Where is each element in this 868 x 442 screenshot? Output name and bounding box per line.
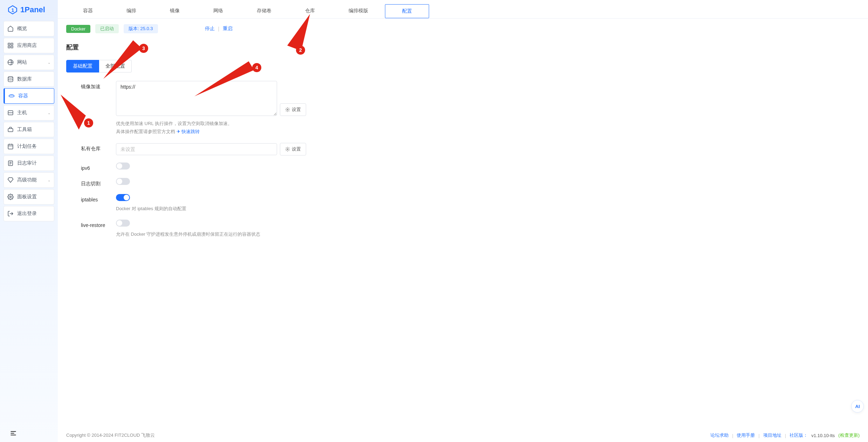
tab-volume[interactable]: 存储卷 xyxy=(240,4,288,18)
logcut-label: 日志切割 xyxy=(81,178,109,187)
iptables-switch[interactable] xyxy=(116,194,130,201)
tab-container[interactable]: 容器 xyxy=(66,4,110,18)
svg-rect-2 xyxy=(8,43,10,45)
host-icon xyxy=(7,110,14,116)
gear-icon xyxy=(285,107,290,112)
svg-rect-13 xyxy=(8,144,13,149)
database-icon xyxy=(7,76,14,82)
sidebar-item-label: 容器 xyxy=(18,93,28,99)
subtabs: 基础配置 全部配置 xyxy=(66,60,860,72)
collapse-button[interactable] xyxy=(0,426,58,442)
liverestore-switch[interactable] xyxy=(116,220,130,227)
logo-icon: 1 xyxy=(8,5,18,15)
sidebar-item-logout[interactable]: 退出登录 xyxy=(4,206,54,221)
form-row-liverestore: live-restore 允许在 Docker 守护进程发生意外停机或崩溃时保留… xyxy=(81,220,860,238)
registry-input[interactable] xyxy=(116,143,277,155)
form: 镜像加速 设置 优先使用加速 URL 执行操作，设置为空则取消镜像加速。 具体操… xyxy=(81,81,860,239)
sidebar-item-container[interactable]: 容器 xyxy=(4,88,54,104)
logout-icon xyxy=(7,210,14,217)
svg-point-27 xyxy=(287,149,288,150)
sidebar-item-website[interactable]: 网站 ⌄ xyxy=(4,55,54,70)
svg-rect-5 xyxy=(11,46,13,48)
sidebar-item-label: 退出登录 xyxy=(17,210,37,217)
sidebar-item-overview[interactable]: 概览 xyxy=(4,21,54,36)
sidebar-item-label: 网站 xyxy=(17,59,27,65)
svg-rect-12 xyxy=(8,129,13,132)
chevron-down-icon: ⌄ xyxy=(48,178,50,182)
svg-rect-3 xyxy=(11,43,13,45)
logcut-switch[interactable] xyxy=(116,178,130,185)
toolbox-icon xyxy=(7,126,14,133)
edition-label: 社区版： xyxy=(790,432,808,438)
svg-point-8 xyxy=(8,77,13,78)
logo-text: 1Panel xyxy=(20,5,45,14)
chevron-down-icon: ⌄ xyxy=(48,111,50,115)
manual-link[interactable]: 使用手册 xyxy=(737,432,755,438)
mirror-help-link[interactable]: ✈ 快速跳转 xyxy=(177,129,200,134)
mirror-textarea[interactable] xyxy=(116,81,277,116)
sidebar-item-label: 面板设置 xyxy=(17,194,37,200)
update-link[interactable]: (检查更新) xyxy=(838,432,860,438)
sidebar-item-label: 概览 xyxy=(17,26,27,32)
sidebar-item-appstore[interactable]: 应用商店 xyxy=(4,38,54,53)
globe-icon xyxy=(7,59,14,65)
sidebar: 1 1Panel 概览 应用商店 网站 ⌄ 数据库 容器 xyxy=(0,0,58,442)
tab-compose[interactable]: 编排 xyxy=(110,4,153,18)
svg-rect-4 xyxy=(8,46,10,48)
home-icon xyxy=(7,26,14,32)
ai-float-button[interactable]: AI xyxy=(851,400,864,413)
log-icon xyxy=(7,160,14,166)
tab-template[interactable]: 编排模版 xyxy=(332,4,385,18)
sidebar-item-label: 高级功能 xyxy=(17,177,37,183)
sidebar-item-cron[interactable]: 计划任务 xyxy=(4,139,54,154)
main: 容器 编排 镜像 网络 存储卷 仓库 编排模版 配置 Docker 已启动 版本… xyxy=(58,0,868,442)
stop-link[interactable]: 停止 xyxy=(205,26,215,32)
form-row-mirror: 镜像加速 设置 优先使用加速 URL 执行操作，设置为空则取消镜像加速。 具体操… xyxy=(81,81,860,136)
gear-icon xyxy=(7,194,14,200)
chevron-down-icon: ⌄ xyxy=(48,61,50,64)
sidebar-item-label: 数据库 xyxy=(17,76,32,82)
sidebar-item-toolbox[interactable]: 工具箱 xyxy=(4,122,54,137)
svg-point-26 xyxy=(287,109,288,110)
iptables-label: iptables xyxy=(81,194,109,202)
sidebar-item-host[interactable]: 主机 ⌄ xyxy=(4,105,54,120)
restart-link[interactable]: 重启 xyxy=(223,26,233,32)
tab-repo[interactable]: 仓库 xyxy=(288,4,332,18)
mirror-help: 优先使用加速 URL 执行操作，设置为空则取消镜像加速。 具体操作配置请参照官方… xyxy=(116,119,312,136)
statusbar: Docker 已启动 版本: 25.0.3 停止 | 重启 xyxy=(58,19,868,39)
mirror-settings-button[interactable]: 设置 xyxy=(280,103,306,116)
liverestore-label: live-restore xyxy=(81,220,109,228)
version-badge: 版本: 25.0.3 xyxy=(124,24,158,33)
registry-settings-button[interactable]: 设置 xyxy=(280,143,306,156)
tab-image[interactable]: 镜像 xyxy=(153,4,197,18)
sidebar-item-logs[interactable]: 日志审计 xyxy=(4,156,54,171)
sidebar-item-settings[interactable]: 面板设置 xyxy=(4,189,54,205)
logo[interactable]: 1 1Panel xyxy=(0,0,58,20)
calendar-icon xyxy=(7,143,14,150)
registry-label: 私有仓库 xyxy=(81,143,109,152)
sidebar-item-label: 工具箱 xyxy=(17,126,32,133)
project-link[interactable]: 项目地址 xyxy=(763,432,781,438)
footer: Copyright © 2014-2024 FIT2CLOUD 飞致云 论坛求助… xyxy=(58,429,868,442)
menu-icon xyxy=(10,430,17,437)
form-row-iptables: iptables Docker 对 iptables 规则的自动配置 xyxy=(81,194,860,213)
tab-settings[interactable]: 配置 xyxy=(385,4,429,18)
liverestore-help: 允许在 Docker 守护进程发生意外停机或崩溃时保留正在运行的容器状态 xyxy=(116,230,312,238)
sidebar-item-label: 日志审计 xyxy=(17,160,37,166)
forum-link[interactable]: 论坛求助 xyxy=(710,432,729,438)
copyright: Copyright © 2014-2024 FIT2CLOUD 飞致云 xyxy=(66,432,155,438)
nav: 概览 应用商店 网站 ⌄ 数据库 容器 主机 ⌄ xyxy=(0,20,58,426)
sidebar-item-database[interactable]: 数据库 xyxy=(4,71,54,87)
ipv6-switch[interactable] xyxy=(116,163,130,170)
page-title: 配置 xyxy=(66,43,860,51)
subtab-basic[interactable]: 基础配置 xyxy=(66,60,99,72)
subtab-all[interactable]: 全部配置 xyxy=(99,60,132,72)
form-row-registry: 私有仓库 设置 xyxy=(81,143,860,156)
apps-icon xyxy=(7,42,14,49)
sidebar-item-label: 主机 xyxy=(17,110,27,116)
sidebar-item-advanced[interactable]: 高级功能 ⌄ xyxy=(4,172,54,188)
sidebar-item-label: 计划任务 xyxy=(17,143,37,150)
tab-network[interactable]: 网络 xyxy=(197,4,240,18)
iptables-help: Docker 对 iptables 规则的自动配置 xyxy=(116,205,312,213)
container-icon xyxy=(8,93,15,99)
